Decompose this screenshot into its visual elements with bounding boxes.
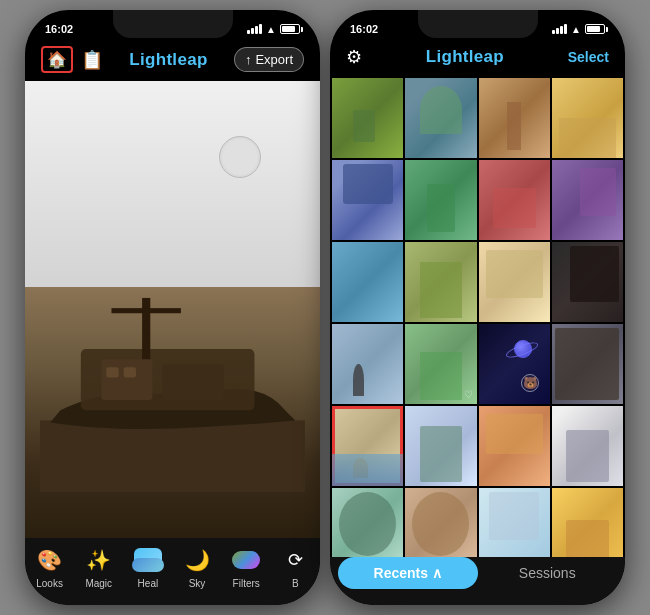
settings-icon[interactable]: ⚙ <box>346 46 362 68</box>
toolbar-filters[interactable]: Filters <box>230 546 262 589</box>
ship-silhouette <box>40 287 306 493</box>
grid-cell[interactable] <box>479 488 550 557</box>
grid-cell[interactable] <box>479 78 550 158</box>
heal-label: Heal <box>138 578 159 589</box>
grid-cell[interactable] <box>332 78 403 158</box>
left-phone: 16:02 ▲ 🏠 📋 L <box>25 10 320 605</box>
recents-label: Recents <box>374 565 428 581</box>
sun-circle <box>219 136 261 178</box>
grid-cell[interactable] <box>552 242 623 322</box>
grid-cell[interactable] <box>479 242 550 322</box>
b-icon: ⟳ <box>279 546 311 574</box>
wifi-icon-right: ▲ <box>571 24 581 35</box>
grid-cell[interactable] <box>552 488 623 557</box>
sessions-label: Sessions <box>519 565 576 581</box>
toolbar-sky[interactable]: 🌙 Sky <box>181 546 213 589</box>
notch-right <box>418 10 538 38</box>
time-left: 16:02 <box>45 23 73 35</box>
grid-cell[interactable] <box>405 78 476 158</box>
select-button[interactable]: Select <box>568 49 609 65</box>
grid-cell[interactable] <box>405 242 476 322</box>
grid-cell-selected[interactable] <box>332 406 403 486</box>
grid-cell[interactable] <box>332 160 403 240</box>
export-button[interactable]: ↑ Export <box>234 47 304 72</box>
grid-cell[interactable] <box>552 78 623 158</box>
recents-button[interactable]: Recents ∧ <box>338 557 478 589</box>
home-icon: 🏠 <box>47 51 67 68</box>
svg-rect-6 <box>106 367 118 377</box>
export-icon: ↑ <box>245 52 252 67</box>
looks-label: Looks <box>36 578 63 589</box>
grid-cell[interactable] <box>332 324 403 404</box>
top-nav-left: 🏠 📋 Lightleap ↑ Export <box>25 42 320 81</box>
main-image-area <box>25 81 320 538</box>
battery-icon-right <box>585 24 605 34</box>
filters-icon <box>230 546 262 574</box>
time-right: 16:02 <box>350 23 378 35</box>
grid-cell[interactable] <box>552 324 623 404</box>
toolbar-heal[interactable]: Heal <box>132 546 164 589</box>
left-nav-icons: 🏠 📋 <box>41 46 103 73</box>
looks-icon: 🎨 <box>34 546 66 574</box>
wifi-icon: ▲ <box>266 24 276 35</box>
sky-bg <box>25 81 320 310</box>
grid-cell[interactable] <box>479 160 550 240</box>
svg-rect-0 <box>40 420 306 491</box>
sky-label: Sky <box>189 578 206 589</box>
grid-cell[interactable]: ♡ <box>405 324 476 404</box>
magic-label: Magic <box>85 578 112 589</box>
grid-cell[interactable] <box>405 160 476 240</box>
grid-cell-space[interactable]: 🐻 <box>479 324 550 404</box>
magic-icon: ✨ <box>83 546 115 574</box>
toolbar-b[interactable]: ⟳ B <box>279 546 311 589</box>
home-button[interactable]: 🏠 <box>41 46 73 73</box>
app-title-left: Lightleap <box>129 50 207 70</box>
grid-cell[interactable] <box>332 242 403 322</box>
photo-grid: ♡ 🐻 <box>330 76 625 557</box>
grid-cell[interactable] <box>552 160 623 240</box>
grid-cell[interactable] <box>332 488 403 557</box>
grid-cell[interactable] <box>405 406 476 486</box>
left-screen: 16:02 ▲ 🏠 📋 L <box>25 10 320 605</box>
svg-rect-5 <box>162 364 223 400</box>
toolbar-looks[interactable]: 🎨 Looks <box>34 546 66 589</box>
svg-rect-7 <box>123 367 135 377</box>
filters-label: Filters <box>233 578 260 589</box>
app-title-right: Lightleap <box>426 47 504 67</box>
toolbar-items: 🎨 Looks ✨ Magic Heal <box>25 546 320 589</box>
top-nav-right: ⚙ Lightleap Select <box>330 42 625 76</box>
status-icons-left: ▲ <box>247 24 300 35</box>
grid-cell[interactable] <box>479 406 550 486</box>
sessions-button[interactable]: Sessions <box>478 557 618 589</box>
svg-rect-4 <box>101 359 152 400</box>
bottom-toolbar: 🎨 Looks ✨ Magic Heal <box>25 538 320 605</box>
heal-icon-container <box>132 546 164 574</box>
recents-chevron: ∧ <box>432 565 442 581</box>
signal-icon <box>247 24 262 34</box>
notch <box>113 10 233 38</box>
right-phone: 16:02 ▲ ⚙ Lightleap Select <box>330 10 625 605</box>
heart-icon: ♡ <box>464 389 473 400</box>
doc-icon: 📋 <box>81 49 103 71</box>
b-label: B <box>292 578 299 589</box>
grid-cell[interactable] <box>405 488 476 557</box>
export-label: Export <box>255 52 293 67</box>
right-screen: 16:02 ▲ ⚙ Lightleap Select <box>330 10 625 605</box>
image-content <box>25 81 320 538</box>
signal-icon-right <box>552 24 567 34</box>
status-icons-right: ▲ <box>552 24 605 35</box>
grid-cell[interactable] <box>552 406 623 486</box>
sky-icon: 🌙 <box>181 546 213 574</box>
svg-rect-3 <box>111 308 180 313</box>
toolbar-magic[interactable]: ✨ Magic <box>83 546 115 589</box>
bottom-bar: Recents ∧ Sessions <box>330 557 625 605</box>
battery-icon <box>280 24 300 34</box>
